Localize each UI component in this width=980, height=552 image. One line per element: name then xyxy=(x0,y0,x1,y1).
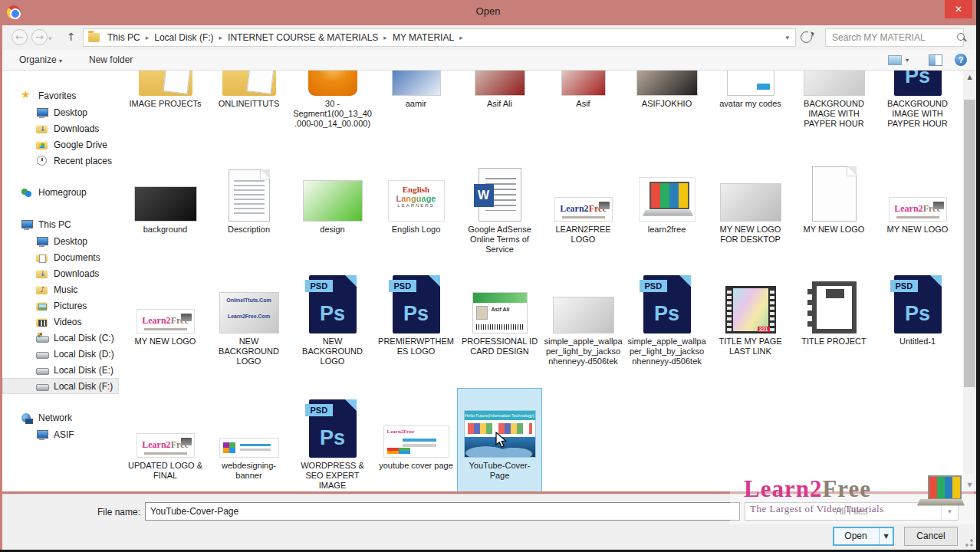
file-item[interactable]: 321TITLE MY PAGE LAST LINK xyxy=(709,264,792,370)
scrollbar-thumb[interactable] xyxy=(964,100,975,387)
image-thumbnail xyxy=(543,71,623,96)
sidebar-group-label: Homegroup xyxy=(38,187,87,198)
new-folder-button[interactable]: New folder xyxy=(89,54,133,65)
chevron-down-icon[interactable]: ▾ xyxy=(941,503,958,520)
file-item[interactable]: background xyxy=(123,153,207,258)
file-item[interactable]: PSDPssimple_apple_wallpaper_light_by_jac… xyxy=(625,264,709,370)
file-row: IMAGE PROJECTsONLINEITTUTS30 - Segment1(… xyxy=(123,71,959,132)
sidebar-item-pictures[interactable]: Pictures xyxy=(2,297,119,314)
sidebar-item-desktop[interactable]: Desktop xyxy=(2,233,119,249)
sidebar-item-local-disk-c-[interactable]: Local Disk (C:) xyxy=(2,330,119,346)
sidebar-item-desktop[interactable]: Desktop xyxy=(2,104,119,120)
breadcrumb-item[interactable]: This PC xyxy=(104,32,143,43)
file-label: avatar my codes xyxy=(711,99,790,109)
cancel-button[interactable]: Cancel xyxy=(904,527,958,546)
file-item[interactable]: avatar my codes xyxy=(709,71,792,132)
breadcrumb-item[interactable]: Local Disk (F:) xyxy=(151,32,216,43)
image-thumbnail xyxy=(209,390,289,458)
file-item[interactable]: 30 - Segment1(00_13_40.000-00_14_00.000) xyxy=(291,71,374,132)
sidebar-item-recent-places[interactable]: Recent places xyxy=(2,153,119,169)
sidebar-group-favorites[interactable]: Favorites xyxy=(2,87,119,104)
preview-pane-icon[interactable] xyxy=(929,54,942,66)
image-thumbnail: Asif Ali xyxy=(459,266,540,334)
file-item[interactable]: PSDPsBACKGROUND IMAGE WITH PAYPER HOUR xyxy=(876,71,959,132)
file-item[interactable]: learn2free xyxy=(625,153,709,258)
sidebar-item-asif[interactable]: ASIF xyxy=(2,426,119,442)
sidebar-item-local-disk-f-[interactable]: Local Disk (F:) xyxy=(2,378,119,394)
file-item[interactable]: Asif AliPROFESSIONAL ID CARD DESIGN xyxy=(458,264,541,370)
sidebar-item-downloads[interactable]: Downloads xyxy=(2,120,119,136)
file-item[interactable]: EnglishLanguageLEARNERSEnglish Logo xyxy=(374,153,458,258)
file-item[interactable]: Asif xyxy=(541,71,625,132)
resize-grip[interactable] xyxy=(965,539,973,547)
file-item[interactable]: Asif Ali xyxy=(458,71,541,132)
history-dropdown-icon[interactable]: ▾ xyxy=(48,34,52,42)
search-box[interactable] xyxy=(825,28,964,47)
help-icon[interactable]: ? xyxy=(955,54,967,66)
file-item[interactable]: Learn2FreeLEARN2FREE LOGO xyxy=(541,153,625,258)
file-item[interactable]: simple_apple_wallpaper_light_by_jacksonh… xyxy=(541,264,625,370)
file-item[interactable]: Description xyxy=(207,153,291,258)
change-view-icon[interactable] xyxy=(888,55,902,65)
file-name-input[interactable] xyxy=(145,502,740,521)
file-item[interactable]: Learn2Freeyoutube cover page xyxy=(374,389,458,491)
file-item[interactable]: Hello Future(Information Technology)YouT… xyxy=(458,389,541,491)
open-split-dropdown-icon[interactable]: ▼ xyxy=(879,528,893,544)
breadcrumb-item[interactable]: MY MATERIAL xyxy=(390,32,457,43)
file-item[interactable]: IMAGE PROJECTs xyxy=(123,71,207,132)
file-item[interactable]: design xyxy=(291,153,374,258)
file-label: YouTube-Cover-Page xyxy=(460,461,539,481)
sidebar-item-videos[interactable]: Videos xyxy=(2,314,119,330)
sidebar-item-documents[interactable]: Documents xyxy=(2,249,119,265)
sidebar-item-local-disk-e-[interactable]: Local Disk (E:) xyxy=(2,362,119,378)
file-item[interactable]: PSDPsUntitled-1 xyxy=(876,264,959,370)
view-dropdown-icon[interactable]: ▾ xyxy=(906,57,909,64)
search-icon[interactable] xyxy=(957,33,967,43)
open-button[interactable]: Open ▼ xyxy=(833,527,894,546)
sidebar-group-network[interactable]: Network xyxy=(2,409,119,426)
address-bar[interactable]: This PC▸Local Disk (F:)▸INTERNET COURSE … xyxy=(83,28,796,47)
psd-file-icon: PSDPs xyxy=(877,71,958,96)
file-item[interactable]: PSDPsWORDPRESS & SEO EXPERT IMAGE xyxy=(291,389,374,491)
vertical-scrollbar[interactable]: ▲ ▼ xyxy=(963,71,976,491)
file-item[interactable]: PSDPsNEW BACKGROUND LOGO xyxy=(291,264,374,370)
psd-file-icon: PSDPs xyxy=(292,390,373,458)
sidebar-group-this-pc[interactable]: This PC xyxy=(2,216,119,233)
scroll-up-icon[interactable]: ▲ xyxy=(963,71,976,84)
close-button[interactable]: ✕ xyxy=(945,0,972,18)
file-item[interactable]: ASIFJOKHIO xyxy=(625,71,709,132)
file-item[interactable]: ONLINEITTUTS xyxy=(207,71,291,132)
sidebar-item-google-drive[interactable]: Google Drive xyxy=(2,136,119,153)
back-button[interactable]: ← xyxy=(12,29,28,45)
file-item[interactable]: MY NEW LOGO xyxy=(792,153,876,258)
sidebar-group-homegroup[interactable]: Homegroup xyxy=(2,184,119,201)
breadcrumb-item[interactable]: INTERNET COURSE & MATERIALS xyxy=(225,32,381,43)
sidebar-item-downloads[interactable]: Downloads xyxy=(2,265,119,281)
file-item[interactable]: Learn2FreeMY NEW LOGO xyxy=(876,153,959,258)
file-item[interactable]: Learn2FreeMY NEW LOGO xyxy=(123,264,207,370)
sidebar-group: NetworkASIF xyxy=(2,409,119,442)
sidebar-item-local-disk-d-[interactable]: Local Disk (D:) xyxy=(2,346,119,362)
file-item[interactable]: PSDPsPREMIERWPTHEMES LOGO xyxy=(374,264,458,370)
folder-icon xyxy=(88,33,100,42)
organize-button[interactable]: Organize ▾ xyxy=(19,54,62,65)
address-dropdown-icon[interactable]: ▾ xyxy=(785,34,792,41)
up-button[interactable]: ↑ xyxy=(67,31,76,43)
scroll-down-icon[interactable]: ▼ xyxy=(963,478,976,491)
file-item[interactable]: TITLE PROJECT xyxy=(792,264,876,370)
file-row: Learn2FreeMY NEW LOGOOnlineITtuts.ComLea… xyxy=(123,264,959,370)
file-item[interactable]: aamir xyxy=(374,71,458,132)
sidebar-item-music[interactable]: Music xyxy=(2,281,119,297)
file-type-dropdown[interactable]: All Files ▾ xyxy=(745,502,959,521)
forward-button[interactable]: → xyxy=(31,29,48,45)
file-item[interactable]: BACKGROUND IMAGE WITH PAYPER HOUR xyxy=(792,71,876,132)
file-item[interactable]: OnlineITtuts.ComLearn2Free.ComNEW BACKGR… xyxy=(207,264,291,370)
computer-icon xyxy=(36,429,48,441)
file-item[interactable]: MY NEW LOGO FOR DESKTOP xyxy=(709,153,792,258)
folder-icon xyxy=(125,71,206,96)
refresh-icon[interactable] xyxy=(801,31,812,43)
search-input[interactable] xyxy=(826,32,957,43)
file-item[interactable]: webdesigning-banner xyxy=(207,389,291,491)
file-item[interactable]: WGoogle AdSense Online Terms of Service xyxy=(458,153,541,258)
file-item[interactable]: Learn2FreeUPDATED LOGO & FINAL xyxy=(123,389,207,491)
